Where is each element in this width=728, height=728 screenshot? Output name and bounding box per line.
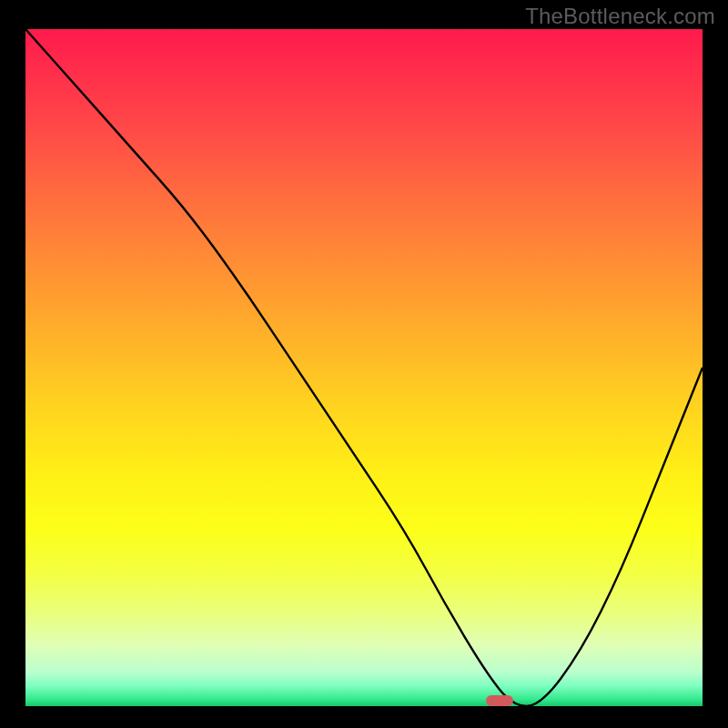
optimal-point-marker (486, 695, 513, 706)
plot-area (25, 29, 703, 706)
chart-container: TheBottleneck.com (0, 0, 728, 728)
curve-path (25, 29, 703, 706)
watermark-text: TheBottleneck.com (525, 4, 715, 29)
bottleneck-curve (25, 29, 703, 706)
